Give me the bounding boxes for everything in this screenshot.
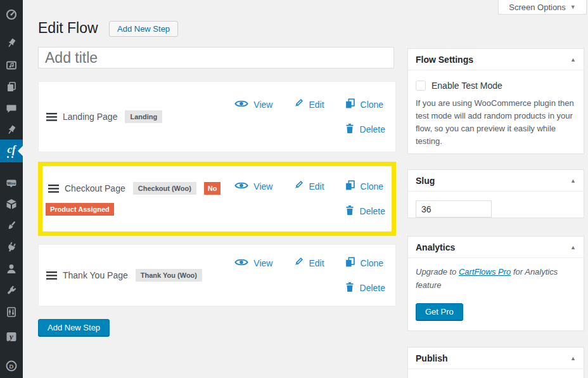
step-title: Thank You Page [63, 270, 128, 280]
page-title: Edit Flow [38, 19, 98, 38]
admin-sidebar: cf Woo y D [0, 0, 23, 378]
panel-title: Publish [416, 353, 448, 363]
collapse-toggle-icon[interactable]: ▲ [570, 355, 576, 362]
edit-action[interactable]: Edit [293, 257, 324, 270]
active-menu-notch [13, 146, 23, 156]
no-product-assigned-badge: Product Assigned [46, 203, 114, 216]
sidebar-item-products[interactable] [0, 193, 23, 215]
flow-title-input[interactable] [38, 47, 394, 68]
yoast-icon: y [5, 330, 18, 343]
clone-action[interactable]: Clone [345, 180, 384, 193]
sidebar-item-posts[interactable] [0, 32, 23, 54]
edit-action[interactable]: Edit [293, 180, 324, 193]
media-icon [5, 59, 18, 72]
step-row-landing: Landing Page Landing View Edit Clone Del… [38, 81, 396, 152]
slug-input[interactable] [416, 200, 492, 218]
step-type-badge: Landing [125, 110, 162, 123]
drag-handle-icon[interactable] [46, 113, 57, 121]
analytics-header: Analytics ▲ [408, 237, 584, 258]
enable-test-mode-checkbox[interactable] [416, 81, 426, 91]
test-mode-description: If you are using WooCommerce plugin then… [416, 97, 576, 148]
paintbrush-icon [5, 219, 18, 232]
dashboard-icon [5, 8, 18, 21]
get-pro-button[interactable]: Get Pro [416, 303, 463, 320]
screen-options-tab[interactable]: Screen Options ▼ [498, 0, 587, 15]
settings-sliders-icon [5, 306, 18, 318]
step-title: Landing Page [63, 112, 117, 122]
flow-settings-header: Flow Settings ▲ [408, 49, 584, 70]
step-row-thankyou: Thank You Page Thank You (Woo) View Edit… [38, 244, 396, 306]
sidebar-item-yoast-seo[interactable]: y [0, 326, 23, 348]
add-new-step-button-bottom[interactable]: Add New Step [38, 319, 110, 336]
user-icon [5, 263, 18, 275]
view-action[interactable]: View [234, 181, 272, 192]
delete-action[interactable]: Delete [345, 282, 385, 294]
publish-panel: Publish ▲ [407, 347, 584, 378]
drag-handle-icon[interactable] [48, 185, 59, 193]
analytics-panel: Analytics ▲ Upgrade to CartFlows Pro for… [407, 236, 584, 331]
sidebar-item-custom-post[interactable] [0, 119, 23, 141]
pages-icon [5, 81, 18, 93]
upgrade-text: Upgrade to CartFlows Pro for Analytics f… [416, 266, 576, 292]
slug-header: Slug ▲ [408, 170, 584, 192]
svg-text:D: D [10, 363, 14, 370]
publish-header: Publish ▲ [408, 348, 584, 369]
trash-icon [345, 205, 355, 218]
view-action[interactable]: View [234, 257, 272, 269]
sidebar-item-settings[interactable] [0, 301, 23, 323]
enable-test-mode-label: Enable Test Mode [431, 81, 502, 91]
collapse-toggle-icon[interactable]: ▲ [570, 56, 576, 63]
step-title: Checkout Page [65, 183, 125, 193]
clone-icon [345, 98, 355, 111]
wrench-icon [5, 284, 18, 297]
clone-icon [345, 180, 355, 193]
edit-action[interactable]: Edit [293, 98, 324, 111]
pin-icon [5, 37, 18, 49]
clone-icon [345, 257, 355, 270]
sidebar-item-users[interactable] [0, 258, 23, 280]
pencil-icon [293, 180, 304, 193]
add-new-step-button-top[interactable]: Add New Step [109, 21, 178, 37]
no-product-assigned-badge: No [204, 182, 220, 195]
sidebar-item-appearance[interactable] [0, 215, 23, 237]
sidebar-item-plugins[interactable] [0, 237, 23, 258]
drag-handle-icon[interactable] [46, 271, 57, 280]
step-row-checkout: Checkout Page Checkout (Woo) No Product … [42, 166, 392, 231]
flow-settings-panel: Flow Settings ▲ Enable Test Mode If you … [407, 48, 584, 154]
screen-options-label: Screen Options [509, 3, 566, 12]
view-action[interactable]: View [234, 99, 272, 110]
comment-icon [5, 102, 18, 115]
step-type-badge: Checkout (Woo) [133, 182, 196, 195]
sidebar-item-woocommerce[interactable]: Woo [0, 173, 23, 194]
woocommerce-icon: Woo [5, 177, 18, 190]
eye-icon [234, 257, 248, 269]
clone-action[interactable]: Clone [345, 257, 384, 270]
eye-icon [234, 181, 248, 192]
delete-action[interactable]: Delete [345, 205, 385, 218]
sidebar-item-comments[interactable] [0, 98, 23, 119]
sidebar-item-d-plugin[interactable]: D [0, 355, 23, 377]
svg-text:Woo: Woo [8, 181, 16, 185]
cartflows-pro-link[interactable]: CartFlows Pro [459, 267, 511, 277]
d-logo-icon: D [5, 360, 18, 372]
sidebar-item-media[interactable] [0, 55, 23, 76]
sidebar-item-tools[interactable] [0, 280, 23, 301]
sidebar-item-pages[interactable] [0, 76, 23, 98]
step-type-badge: Thank You (Woo) [136, 269, 202, 282]
plug-icon [5, 241, 18, 254]
delete-action[interactable]: Delete [345, 123, 385, 136]
sidebar-item-cartflows[interactable]: cf [0, 140, 23, 162]
pencil-icon [293, 98, 304, 111]
panel-title: Flow Settings [416, 55, 473, 65]
trash-icon [345, 282, 355, 294]
svg-text:y: y [8, 332, 13, 341]
trash-icon [345, 123, 355, 136]
sidebar-item-dashboard[interactable] [0, 4, 23, 25]
collapse-toggle-icon[interactable]: ▲ [570, 178, 576, 184]
panel-title: Analytics [416, 242, 455, 252]
product-box-icon [5, 198, 18, 211]
cartflows-icon-wheels [7, 156, 13, 158]
pencil-icon [293, 257, 304, 270]
collapse-toggle-icon[interactable]: ▲ [570, 244, 576, 251]
clone-action[interactable]: Clone [345, 98, 384, 111]
